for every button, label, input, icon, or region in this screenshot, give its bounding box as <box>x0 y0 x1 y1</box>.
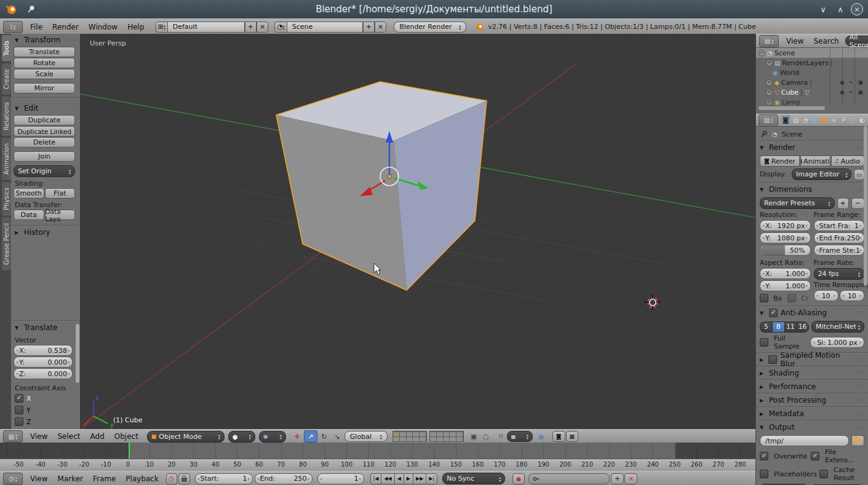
crop-checkbox[interactable] <box>787 294 796 302</box>
tab-create[interactable]: Create <box>2 63 11 95</box>
tab-modifiers[interactable]: Y <box>839 116 848 125</box>
layers-grid-a[interactable] <box>392 431 427 442</box>
tab-scene[interactable]: ◔ <box>801 116 810 125</box>
vector-y-field[interactable]: Y: 0.000 <box>14 357 73 368</box>
render-anim-header-button[interactable]: ▦ <box>566 431 579 442</box>
maximize-window-icon[interactable]: ∧ <box>834 2 847 16</box>
output-panel-header[interactable]: Output <box>756 421 868 433</box>
data-button[interactable]: Data <box>14 210 44 220</box>
metadata-panel-header[interactable]: Metadata <box>756 408 868 420</box>
resolution-y-field[interactable]: Y: 1080 px <box>760 232 811 243</box>
tab-world[interactable]: ◉ <box>810 116 819 125</box>
anti-aliasing-checkbox[interactable] <box>769 309 778 317</box>
constraint-z-checkbox[interactable] <box>15 417 23 426</box>
expand-icon[interactable]: + <box>766 79 773 86</box>
motion-blur-checkbox[interactable] <box>768 355 777 364</box>
scene-name-field[interactable]: Scene <box>287 22 363 33</box>
pin-context-icon[interactable] <box>760 130 768 138</box>
pivot-point-dropdown[interactable]: ◉ <box>259 431 286 443</box>
keying-set-field[interactable] <box>528 473 610 484</box>
screen-layout-field[interactable]: Default <box>168 22 245 33</box>
menu-window[interactable]: Window <box>84 23 122 31</box>
timeline-menu-view[interactable]: View <box>25 475 52 483</box>
display-dropdown[interactable]: Image Editor <box>792 168 851 180</box>
anti-aliasing-panel-header[interactable]: Anti-Aliasing <box>756 307 868 319</box>
viewport-3d[interactable]: z y x User Persp (1) Cube <box>80 34 755 429</box>
jump-to-start-button[interactable]: |◀ <box>370 473 381 484</box>
remap-new-field[interactable]: 10 <box>840 290 864 301</box>
manipulator-translate-button[interactable]: ↗ <box>304 430 317 443</box>
outliner-menu-search[interactable]: Search <box>808 37 843 45</box>
full-sample-checkbox[interactable] <box>760 338 768 347</box>
insert-keyframe-button[interactable]: + <box>611 473 624 484</box>
fps-dropdown[interactable]: 24 fps <box>814 268 865 280</box>
tab-object-data[interactable]: ▽ <box>848 116 857 125</box>
tab-relations[interactable]: Relations <box>2 97 11 136</box>
expand-icon[interactable]: + <box>766 89 773 96</box>
set-origin-dropdown[interactable]: Set Origin <box>14 165 75 177</box>
aa-samples-5[interactable]: 5 <box>760 321 772 333</box>
edit-panel-header[interactable]: Edit <box>11 102 80 114</box>
render-engine-dropdown[interactable]: Blender Render <box>394 22 466 33</box>
panel-drag-dots-icon[interactable] <box>856 186 864 192</box>
panel-drag-dots-icon[interactable] <box>856 310 864 316</box>
render-audio-button[interactable]: ♪ Audio <box>831 156 864 167</box>
menu-file[interactable]: File <box>25 23 47 31</box>
add-preset-button[interactable]: + <box>837 198 849 209</box>
timeline-ruler-ticks[interactable]: -50-40-30-20-100102030405060708090100110… <box>0 459 755 471</box>
add-layout-button[interactable]: + <box>245 22 257 33</box>
tab-object[interactable]: ■ <box>820 116 829 125</box>
cursor-3d[interactable] <box>645 294 661 310</box>
aa-filter-dropdown[interactable]: Mitchell-Netr... <box>811 321 864 333</box>
scene-icon-button[interactable]: ◔ <box>274 22 287 33</box>
panel-drag-dots-icon[interactable] <box>856 384 864 390</box>
timeline-menu-marker[interactable]: Marker <box>52 475 87 483</box>
duplicate-button[interactable]: Duplicate <box>14 115 75 125</box>
tab-render-layers[interactable]: ▤ <box>791 116 800 125</box>
viewport-shading-dropdown[interactable]: ● <box>228 431 255 443</box>
shading-panel-header[interactable]: Shading <box>756 367 868 379</box>
auto-keyframe-toggle[interactable]: ● <box>512 473 525 484</box>
render-camera-icon[interactable]: ▣ <box>858 89 863 95</box>
output-path-field[interactable]: /tmp/ <box>760 435 849 446</box>
render-camera-icon[interactable]: ▣ <box>858 79 863 85</box>
tab-material[interactable]: ◐ <box>858 116 867 125</box>
end-frame-field[interactable]: End: 250 <box>255 473 313 484</box>
outliner-row-cube[interactable]: + ▽ Cube | ▽ ◉ ↖ ▣ <box>756 87 868 97</box>
cube-object[interactable] <box>276 82 487 290</box>
delete-button[interactable]: Delete <box>14 137 75 148</box>
outliner-filter-dropdown[interactable]: All Scenes <box>845 36 868 46</box>
select-arrow-icon[interactable]: ↖ <box>849 89 854 95</box>
browse-output-button[interactable] <box>851 435 864 446</box>
render-still-header-button[interactable]: ◙ <box>552 431 565 442</box>
sync-mode-dropdown[interactable]: No Sync <box>442 473 505 484</box>
snap-magnet-icon[interactable]: ∩ <box>495 431 507 442</box>
previous-keyframe-button[interactable]: ◀◀ <box>381 473 394 484</box>
layers-grid-b[interactable] <box>429 431 464 442</box>
expand-icon[interactable]: + <box>766 60 773 66</box>
post-processing-panel-header[interactable]: Post Processing <box>756 394 868 406</box>
translate-button[interactable]: Translate <box>14 47 75 57</box>
render-panel-header[interactable]: Render <box>756 141 868 154</box>
outliner-row-scene[interactable]: − ◔ Scene <box>756 48 868 58</box>
tab-constraints[interactable]: ∞ <box>829 116 838 125</box>
panel-drag-dots-icon[interactable] <box>856 144 864 151</box>
panel-drag-dots-icon[interactable] <box>856 370 864 376</box>
motion-blur-panel-header[interactable]: Sampled Motion Blur <box>756 353 868 366</box>
aa-samples-8[interactable]: 8 <box>772 321 784 333</box>
jump-to-end-button[interactable]: ▶| <box>426 473 437 484</box>
play-button[interactable]: ▶ <box>404 473 413 484</box>
view3d-menu-object[interactable]: Object <box>109 432 143 441</box>
outliner-editor-selector[interactable]: ▤ <box>759 35 779 47</box>
delete-keyframe-button[interactable]: × <box>624 473 637 484</box>
scene-lock-icon[interactable]: ▣ <box>468 431 480 442</box>
translate-operator-header[interactable]: Translate <box>11 321 80 334</box>
mode-dropdown[interactable]: ■ Object Mode <box>147 431 225 443</box>
delete-scene-button[interactable]: × <box>375 22 386 33</box>
history-panel-header[interactable]: History <box>11 226 80 239</box>
overwrite-checkbox[interactable] <box>760 452 768 460</box>
panel-drag-dots-icon[interactable] <box>856 411 864 417</box>
panel-drag-dots-icon[interactable] <box>856 424 864 430</box>
remap-old-field[interactable]: 10 <box>814 290 838 301</box>
tab-animation[interactable]: Animation <box>2 138 11 180</box>
